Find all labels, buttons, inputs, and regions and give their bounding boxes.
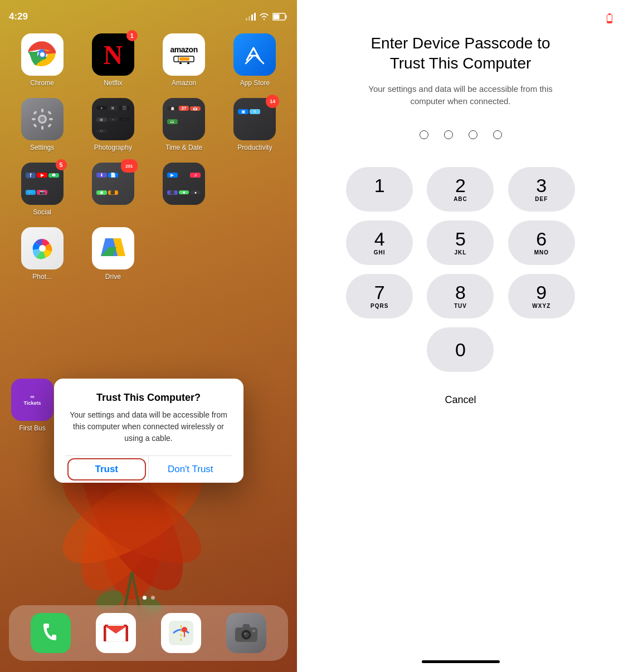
cancel-button[interactable]: Cancel: [445, 394, 476, 406]
app-amazon[interactable]: amazon Amazon: [151, 33, 217, 87]
dock-gmail[interactable]: [96, 613, 136, 653]
app-photos-label: Phot...: [32, 273, 52, 281]
folder2-badge: 201: [121, 159, 138, 173]
productivity-badge: 14: [266, 95, 279, 108]
app-googledrive[interactable]: Drive: [80, 227, 146, 281]
trust-dialog-title: Trust This Computer?: [65, 392, 232, 404]
app-timedate-label: Time & Date: [165, 144, 202, 151]
trust-dialog-body: Your settings and data will be accessibl…: [65, 409, 232, 444]
page-dot-2: [151, 596, 155, 600]
app-folder2[interactable]: 201 ⬇ 📄 ▣ ⬛ F: [80, 163, 146, 216]
numpad-7[interactable]: 7 PQRS: [346, 274, 413, 318]
trust-dialog: Trust This Computer? Your settings and d…: [54, 379, 243, 483]
svg-rect-33: [33, 111, 37, 115]
app-productivity[interactable]: 14 ▣ ≡ Productivity: [222, 98, 288, 151]
app-settings[interactable]: Settings: [9, 98, 75, 151]
numpad-9[interactable]: 9 WXYZ: [508, 274, 575, 318]
numpad-1[interactable]: 1: [346, 167, 413, 212]
svg-rect-12: [254, 13, 256, 21]
numpad-0[interactable]: 0: [427, 327, 494, 372]
dock-maps[interactable]: [161, 613, 201, 653]
netflix-icon: N: [104, 40, 123, 70]
svg-rect-11: [251, 14, 253, 21]
app-social[interactable]: 5 f ▶ 💬 🐦 📷 Social: [9, 163, 75, 216]
svg-rect-31: [32, 118, 36, 120]
app-googledrive-label: Drive: [105, 273, 121, 281]
trust-dialog-buttons: Trust Don't Trust: [65, 455, 232, 483]
photos-icon: [28, 234, 56, 262]
pin-dots: [420, 130, 502, 139]
pin-dot-2: [444, 130, 453, 139]
numpad: 1 2 ABC 3 DEF 4 GHI 5 JKL 6 MNO 7 PQRS: [344, 167, 578, 372]
pin-dot-1: [420, 130, 428, 139]
app-appstore[interactable]: App Store: [222, 33, 288, 87]
svg-point-54: [182, 627, 187, 632]
pin-dot-3: [469, 130, 477, 139]
svg-rect-34: [47, 111, 52, 115]
dock-phone[interactable]: [31, 613, 71, 653]
app-amazon-label: Amazon: [172, 79, 196, 87]
passcode-screen: Enter Device Passcode to Trust This Comp…: [297, 0, 624, 672]
dont-trust-button[interactable]: Don't Trust: [149, 456, 232, 483]
trust-button[interactable]: Trust: [65, 456, 149, 483]
app-photos[interactable]: Phot...: [9, 227, 75, 281]
dock-camera[interactable]: [226, 613, 266, 653]
app-photography-label: Photography: [94, 144, 132, 151]
dock: [9, 605, 288, 661]
phone-screen: 4:29: [0, 0, 297, 672]
home-indicator: [422, 660, 500, 663]
maps-icon: [169, 621, 193, 645]
googledrive-icon: [100, 236, 126, 261]
app-media[interactable]: ▶ ♬ ⬛ ■ ● M: [151, 163, 217, 216]
app-chrome-label: Chrome: [30, 79, 54, 87]
svg-rect-9: [246, 18, 247, 21]
svg-rect-36: [47, 124, 52, 128]
page-dot-1: [143, 596, 147, 600]
passcode-title: Enter Device Passcode to Trust This Comp…: [360, 33, 561, 74]
app-appstore-label: App Store: [240, 79, 270, 87]
svg-point-25: [187, 62, 189, 64]
social-badge: 5: [56, 159, 67, 170]
svg-rect-35: [33, 124, 37, 128]
numpad-3[interactable]: 3 DEF: [508, 167, 575, 212]
numpad-5[interactable]: 5 JKL: [427, 220, 494, 265]
app-netflix[interactable]: N 1 Netflix: [80, 33, 146, 87]
settings-icon: [30, 106, 55, 132]
numpad-2[interactable]: 2 ABC: [427, 167, 494, 212]
numpad-6[interactable]: 6 MNO: [508, 220, 575, 265]
battery-indicator: [606, 13, 613, 24]
app-settings-label: Settings: [30, 144, 54, 151]
passcode-subtitle: Your settings and data will be accessibl…: [366, 83, 555, 108]
app-timedate[interactable]: 📋 27 📅 🗂 Time & Date: [151, 98, 217, 151]
battery-body: [607, 14, 612, 23]
pin-dot-4: [493, 130, 502, 139]
status-icons: [246, 13, 288, 21]
app-chrome[interactable]: Chrome: [9, 33, 75, 87]
mtickets-icon: m: [30, 394, 34, 399]
svg-rect-26: [179, 57, 189, 61]
svg-rect-14: [286, 15, 287, 18]
battery-icon: [272, 13, 288, 21]
svg-point-55: [183, 635, 186, 637]
svg-rect-29: [41, 109, 43, 112]
chrome-icon: [27, 39, 58, 70]
svg-point-21: [40, 52, 45, 57]
app-firstbus-label: First Bus: [19, 424, 45, 432]
svg-rect-61: [252, 630, 255, 632]
status-bar: 4:29: [0, 0, 297, 27]
status-time: 4:29: [9, 11, 246, 22]
app-productivity-label: Productivity: [237, 144, 272, 151]
phone-icon: [39, 621, 62, 645]
app-social-label: Social: [33, 208, 51, 216]
numpad-8[interactable]: 8 TUV: [427, 274, 494, 318]
svg-point-24: [179, 62, 182, 64]
svg-rect-30: [41, 126, 43, 130]
battery-fill: [607, 21, 612, 23]
app-photography[interactable]: ● ▣ ⬛ ◼ ▪ ▫ Lr Photography: [80, 98, 146, 151]
signal-icon: [246, 13, 256, 21]
svg-point-28: [40, 116, 45, 122]
svg-rect-53: [169, 621, 193, 645]
numpad-4[interactable]: 4 GHI: [346, 220, 413, 265]
app-firstbus[interactable]: m Tickets First Bus: [11, 379, 53, 432]
page-dots: [0, 596, 297, 600]
